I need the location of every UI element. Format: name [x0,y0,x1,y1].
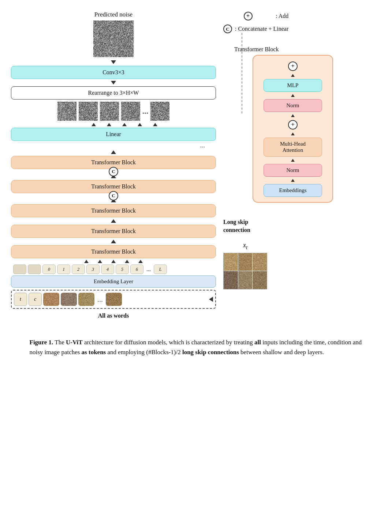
output-patches-row: ... [11,102,216,121]
position-tokens-row: 0 1 2 3 4 5 6 ... L [11,265,216,274]
emb-arrow-5 [138,260,143,263]
legend-add-row: + : Add [223,11,288,22]
concat-2-row: C [11,194,216,198]
caption-text-1: The U-ViT architecture for diffusion mod… [30,339,362,356]
pos-token-special-2 [28,265,41,274]
legend-add-label: : Add [276,11,288,22]
up-arrow-5 [153,123,157,126]
token-t: t [14,293,27,306]
transformer-block-5: Transformer Block [11,245,216,258]
legend-box: + : Add C : Concatenate + Linear [223,11,288,34]
detail-mha-block: Multi-HeadAttention [264,138,322,157]
xt-label: xt [243,241,247,251]
dots-row: ... [11,142,216,149]
detail-plus-mid: + [288,120,298,130]
emb-arrow-4 [125,260,129,263]
diagram-area: Predicted noise Conv3×3 Rearrange to 3×H… [11,11,381,319]
xt-patch-2 [238,253,253,271]
transformer-detail-box: + MLP Norm + Multi-HeadAttention Norm [253,55,333,203]
patch-last [150,102,169,121]
legend-concat-symbol: C [223,25,232,33]
arrow-down-1 [111,60,116,64]
arrow-left-icon [209,297,213,302]
xt-patch-5 [238,271,253,289]
up-arrows-row [70,123,157,126]
conv-block: Conv3×3 [11,66,216,79]
legend-concat-row: C : Concatenate + Linear [223,24,288,34]
arrow-up-4th-transformer [111,219,116,223]
up-arrow-1 [92,123,96,126]
up-arrow-3 [122,123,127,126]
patch-0 [57,102,76,121]
detail-norm2-block: Norm [264,164,322,177]
arrow-up-top-transformer [111,150,116,154]
detail-arrow-up-mha [291,132,295,135]
token-patch-3 [78,293,94,306]
arrow-up-5th-transformer [111,240,116,243]
up-arrow-2 [107,123,111,126]
transformer-detail-title: Transformer Block [234,46,279,53]
detail-arrow-up-mlp [291,74,295,77]
detail-plus-top: + [288,61,298,71]
noise-image [93,20,134,57]
patch-1 [79,102,98,121]
concat-symbol-2: C [109,191,118,201]
transformer-block-4: Transformer Block [11,225,216,238]
transformer-block-3: Transformer Block [11,204,216,217]
arrow-from-xt [209,297,213,302]
figure-caption: Figure 1. The U-ViT architecture for dif… [22,337,370,357]
page-container: Predicted noise Conv3×3 Rearrange to 3×H… [11,11,381,357]
right-bottom-section: Long skipconnection xt [223,218,267,289]
embedding-layer-block: Embedding Layer [11,276,216,288]
xt-patch-6 [253,271,267,289]
dashed-separator [242,33,242,113]
concat-1-row: C [11,170,216,173]
pos-dots: ... [145,266,152,273]
detail-arrow-up-norm1 [291,94,295,97]
rearrange-block: Rearrange to 3×H×W [11,86,216,100]
patch-dots-1: ... [142,106,149,116]
legend-concat-label: : Concatenate + Linear [235,24,288,34]
pos-token-1: 1 [57,265,70,274]
xt-image-grid [223,253,267,289]
pos-token-5: 5 [116,265,129,274]
pos-token-3: 3 [86,265,100,274]
emb-arrow-1 [84,260,89,263]
caption-figure-num: Figure 1. [30,339,53,346]
xt-patch-3 [253,253,267,271]
token-patch-2 [61,293,77,306]
left-column: Predicted noise Conv3×3 Rearrange to 3×H… [11,11,216,319]
up-arrow-4 [138,123,142,126]
legend-add-symbol: + [244,12,253,20]
detail-mlp-block: MLP [264,79,322,92]
patch-2 [100,102,119,121]
pos-token-L: L [154,265,167,274]
token-dots: ... [96,295,104,304]
detail-norm1-block: Norm [264,99,322,112]
pos-token-2: 2 [72,265,85,274]
concat-symbol-1: C [109,167,118,176]
detail-arrow-up-plus-mid [291,114,295,117]
pos-token-4: 4 [101,265,114,274]
detail-arrow-up-norm2 [291,159,295,162]
pos-token-0: 0 [42,265,56,274]
transformer-detail-area: Transformer Block + MLP Norm + Multi-Hea… [223,46,362,203]
xt-section: xt [223,241,267,289]
arrow-down-2 [111,81,116,85]
emb-arrow-3 [111,260,116,263]
predicted-noise-label: Predicted noise [94,11,132,18]
pos-token-6: 6 [130,265,143,274]
token-patch-last [106,293,122,306]
emb-arrow-2 [98,260,102,263]
xt-patch-4 [224,271,238,289]
detail-arrow-up-embed [291,179,295,182]
token-patch-1 [43,293,59,306]
patch-3 [121,102,140,121]
detail-embed-block: Embeddings [264,184,322,197]
long-skip-label: Long skipconnection [223,218,267,235]
token-row: t c ... [11,290,216,309]
token-c: c [29,293,42,306]
xt-patch-1 [224,253,238,271]
linear-block: Linear [11,128,216,141]
right-column: + : Add C : Concatenate + Linear Transfo… [223,11,362,319]
